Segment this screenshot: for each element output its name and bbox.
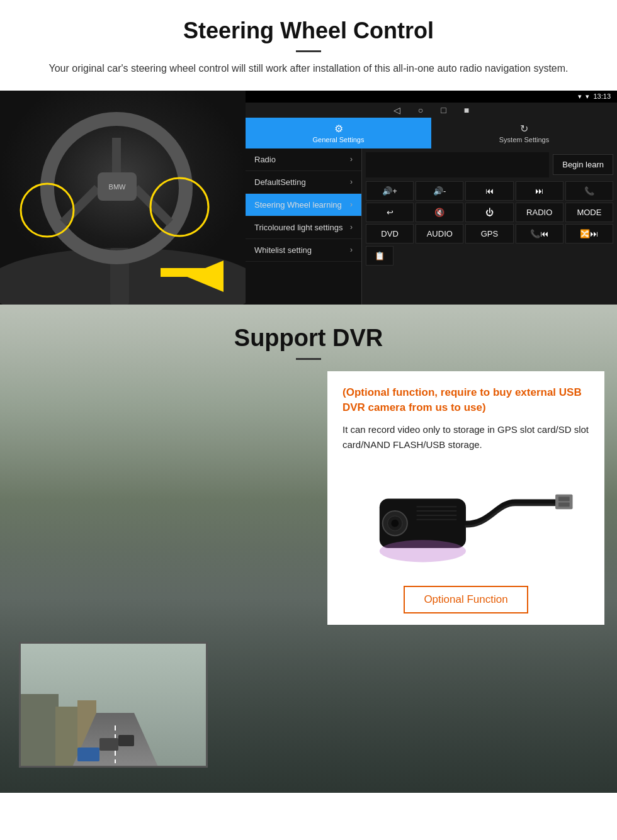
begin-learn-row: Begin learn	[366, 152, 613, 177]
page-title: Steering Wheel Control	[38, 18, 579, 44]
dvr-header: Support DVR	[0, 305, 617, 365]
svg-rect-21	[118, 735, 134, 746]
android-nav-bar: ◁ ○ □ ■	[246, 103, 617, 118]
svg-rect-14	[21, 694, 59, 768]
svg-point-31	[380, 540, 466, 562]
dvr-icon-btn[interactable]: 📋	[366, 246, 393, 266]
system-icon: ↻	[434, 123, 614, 135]
steering-subtitle: Your original car's steering wheel contr…	[38, 61, 579, 77]
android-tabs: ⚙ General Settings ↻ System Settings	[246, 118, 617, 148]
android-menu: Radio › DefaultSetting › Steering Wheel …	[246, 148, 362, 305]
divider	[296, 50, 321, 52]
dvr-preview-thumbnail	[19, 642, 208, 768]
tab-general-settings[interactable]: ⚙ General Settings	[246, 118, 431, 148]
radio-btn[interactable]: RADIO	[516, 203, 563, 222]
menu-item-default-setting[interactable]: DefaultSetting ›	[246, 171, 361, 194]
android-content: Radio › DefaultSetting › Steering Wheel …	[246, 148, 617, 305]
vol-up-btn[interactable]: 🔊+	[366, 181, 414, 201]
dvr-info-card: (Optional function, require to buy exter…	[327, 371, 604, 625]
dvr-section: Support DVR	[0, 305, 617, 793]
shuffle-next-btn[interactable]: 🔀⏭	[565, 224, 613, 244]
svg-point-26	[391, 520, 399, 527]
steering-composite: BMW ▾ ▾ 13:13 ◁	[0, 91, 617, 305]
chevron-right-icon: ›	[350, 177, 353, 186]
svg-rect-22	[77, 748, 99, 761]
dvr-optional-text: (Optional function, require to buy exter…	[342, 385, 589, 416]
dvd-btn[interactable]: DVD	[366, 224, 414, 244]
svg-text:BMW: BMW	[109, 183, 127, 191]
mode-btn[interactable]: MODE	[565, 203, 613, 222]
settings-icon: ⚙	[248, 123, 429, 135]
phone-prev-btn[interactable]: 📞⏮	[516, 224, 563, 244]
gps-btn[interactable]: GPS	[465, 224, 513, 244]
menu-item-whitelist[interactable]: Whitelist setting ›	[246, 239, 361, 262]
svg-rect-33	[558, 497, 570, 501]
svg-rect-34	[558, 502, 570, 507]
android-ui-panel: ▾ ▾ 13:13 ◁ ○ □ ■ ⚙ General Settings ↻ S…	[246, 91, 617, 305]
audio-btn[interactable]: AUDIO	[416, 224, 463, 244]
android-status-bar: ▾ ▾ 13:13	[246, 91, 617, 103]
menu-icon[interactable]: ■	[464, 105, 469, 115]
dvr-camera-svg	[342, 464, 589, 564]
control-buttons-grid: 🔊+ 🔊- ⏮ ⏭ 📞 ↩ 🔇 ⏻ RADIO MODE DVD AUDIO G…	[366, 181, 613, 244]
home-icon[interactable]: ○	[418, 105, 423, 115]
signal-icon: ▾	[586, 92, 589, 101]
menu-item-steering-wheel[interactable]: Steering Wheel learning ›	[246, 194, 361, 216]
dvr-divider	[296, 358, 321, 360]
prev-btn[interactable]: ⏮	[465, 181, 513, 201]
menu-item-radio[interactable]: Radio ›	[246, 148, 361, 171]
menu-item-tricoloured[interactable]: Tricoloured light settings ›	[246, 216, 361, 239]
mute-btn[interactable]: 🔇	[416, 203, 463, 222]
next-btn[interactable]: ⏭	[516, 181, 563, 201]
chevron-right-icon: ›	[350, 245, 353, 254]
vol-down-btn[interactable]: 🔊-	[416, 181, 463, 201]
steering-wheel-photo: BMW	[0, 91, 246, 305]
svg-rect-12	[161, 268, 224, 277]
phone-btn[interactable]: 📞	[565, 181, 613, 201]
back-icon[interactable]: ◁	[393, 105, 400, 115]
optional-function-button[interactable]: Optional Function	[404, 586, 528, 613]
begin-learn-button[interactable]: Begin learn	[553, 154, 613, 175]
dvr-title: Support DVR	[0, 325, 617, 352]
dvr-desc-text: It can record video only to storage in G…	[342, 422, 589, 452]
dvr-thumb-image	[21, 644, 206, 766]
back-call-btn[interactable]: ↩	[366, 203, 414, 222]
power-btn[interactable]: ⏻	[465, 203, 513, 222]
chevron-right-icon: ›	[350, 200, 353, 209]
status-time: 13:13	[593, 92, 611, 100]
steering-header: Steering Wheel Control Your original car…	[0, 0, 617, 82]
svg-rect-32	[555, 495, 572, 510]
tab-system-settings[interactable]: ↻ System Settings	[431, 118, 617, 148]
chevron-right-icon: ›	[350, 155, 353, 164]
chevron-right-icon: ›	[350, 223, 353, 232]
learn-display-area	[366, 152, 549, 177]
dvr-content-area: (Optional function, require to buy exter…	[0, 365, 617, 793]
svg-rect-20	[99, 738, 118, 751]
wifi-icon: ▾	[578, 92, 582, 101]
steering-section: Steering Wheel Control Your original car…	[0, 0, 617, 305]
recents-icon[interactable]: □	[441, 105, 446, 115]
android-right-panel: Begin learn 🔊+ 🔊- ⏮ ⏭ 📞 ↩ 🔇 ⏻ RADIO MODE	[362, 148, 617, 305]
